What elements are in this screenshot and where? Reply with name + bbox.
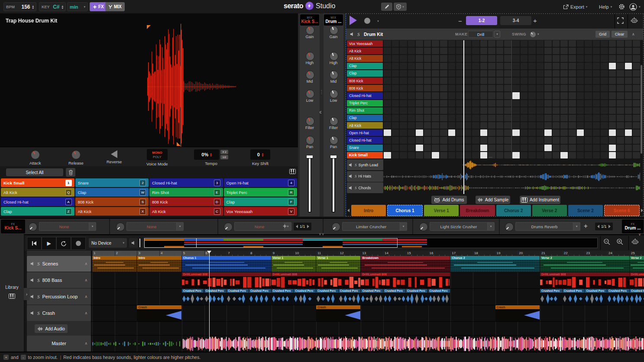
step-cell[interactable] xyxy=(528,40,536,47)
collapse-chevron[interactable]: ∧ xyxy=(84,278,87,282)
step-cell[interactable] xyxy=(577,40,584,47)
step-cell[interactable] xyxy=(496,48,504,54)
pad-open-hi-hat-4[interactable]: Open Hi-hat4 xyxy=(224,178,298,187)
step-cell[interactable] xyxy=(496,145,504,151)
step-cell[interactable] xyxy=(609,100,616,107)
step-cell[interactable] xyxy=(609,92,616,99)
pad-808-kick-d[interactable]: 808 KickD xyxy=(149,197,223,206)
step-cell[interactable] xyxy=(553,122,560,129)
step-cell[interactable] xyxy=(472,48,479,54)
step-cell[interactable] xyxy=(609,70,616,77)
step-cell[interactable] xyxy=(617,129,624,136)
step-cell[interactable] xyxy=(537,40,544,47)
step-cell[interactable] xyxy=(633,92,640,99)
step-cell[interactable] xyxy=(384,92,391,99)
metronome-button[interactable] xyxy=(129,238,138,248)
step-cell[interactable] xyxy=(400,107,407,114)
step-cell[interactable] xyxy=(480,100,488,107)
step-cell[interactable] xyxy=(440,70,447,77)
step-cell[interactable] xyxy=(488,40,495,47)
perc-clip-crushed-perc[interactable]: Crushed Perc xyxy=(204,289,227,305)
step-cell[interactable] xyxy=(496,122,504,129)
step-cell[interactable] xyxy=(392,63,399,69)
settings-button[interactable] xyxy=(618,0,625,13)
step-cell[interactable] xyxy=(488,115,495,121)
step-cell[interactable] xyxy=(512,152,520,158)
step-cell[interactable] xyxy=(512,129,520,136)
step-cell[interactable] xyxy=(537,48,544,54)
speaker-icon[interactable] xyxy=(349,163,353,167)
step-cell[interactable] xyxy=(392,48,399,54)
fx-collapse-handle[interactable]: ∨∨ xyxy=(319,232,325,236)
step-cell[interactable] xyxy=(392,152,399,158)
scene-clip-verse-2[interactable]: Verse 2 xyxy=(630,256,644,272)
step-cell[interactable] xyxy=(617,100,624,107)
step-cell[interactable] xyxy=(521,145,528,151)
perc-clip-crushed-perc[interactable]: Crushed Perc xyxy=(182,289,204,305)
step-cell[interactable] xyxy=(601,70,608,77)
step-cell[interactable] xyxy=(432,92,439,99)
step-cell[interactable] xyxy=(544,92,552,99)
step-cell[interactable] xyxy=(480,55,488,61)
step-cell[interactable] xyxy=(617,92,624,99)
step-cell[interactable] xyxy=(480,122,488,129)
step-cell[interactable] xyxy=(384,122,391,129)
release-knob[interactable] xyxy=(71,150,81,159)
step-cell[interactable] xyxy=(569,122,576,129)
step-cell[interactable] xyxy=(625,85,632,91)
seq-row-label-snare[interactable]: Snare xyxy=(347,145,383,151)
bass-clip-drillluminati-808[interactable]: DrillLuminati 808 xyxy=(182,272,271,288)
step-cell[interactable] xyxy=(521,40,528,47)
step-cell[interactable] xyxy=(456,85,463,91)
step-cell[interactable] xyxy=(384,55,391,61)
pad-snare-2[interactable]: Snare2 xyxy=(75,178,149,187)
kit-solo-button[interactable]: S xyxy=(357,29,360,40)
step-cell[interactable] xyxy=(593,48,600,54)
seq-row-label-open-hi-hat[interactable]: Open Hi-hat xyxy=(347,129,383,136)
step-cell[interactable] xyxy=(488,107,495,114)
step-cell[interactable] xyxy=(601,137,608,143)
step-cell[interactable] xyxy=(625,92,632,99)
step-cell[interactable] xyxy=(504,70,511,77)
step-cell[interactable] xyxy=(537,63,544,69)
step-cell[interactable] xyxy=(472,78,479,84)
step-cell[interactable] xyxy=(528,85,536,91)
step-cell[interactable] xyxy=(432,115,439,121)
step-cell[interactable] xyxy=(424,129,431,136)
poly-option[interactable]: POLY xyxy=(153,155,161,159)
perc-clip-crushed-perc[interactable]: Crushed Perc xyxy=(540,289,562,305)
step-cell[interactable] xyxy=(432,55,439,61)
step-cell[interactable] xyxy=(496,70,504,77)
step-cell[interactable] xyxy=(560,145,568,151)
step-cell[interactable] xyxy=(496,152,504,158)
step-cell[interactable] xyxy=(617,70,624,77)
step-cell[interactable] xyxy=(424,48,431,54)
step-cell[interactable] xyxy=(617,137,624,143)
step-cell[interactable] xyxy=(432,40,439,47)
step-cell[interactable] xyxy=(512,85,520,91)
collapse-chevron[interactable]: ∧ xyxy=(84,262,87,266)
zoom-in-button[interactable] xyxy=(616,238,623,245)
step-cell[interactable] xyxy=(416,78,423,84)
step-cell[interactable] xyxy=(593,115,600,121)
step-cell[interactable] xyxy=(512,55,520,61)
step-cell[interactable] xyxy=(416,55,423,61)
step-cell[interactable] xyxy=(480,63,488,69)
step-cell[interactable] xyxy=(472,145,479,151)
chevron-down-icon[interactable]: ▾ xyxy=(494,31,500,38)
step-cell[interactable] xyxy=(617,63,624,69)
step-cell[interactable] xyxy=(432,48,439,54)
step-cell[interactable] xyxy=(553,152,560,158)
add-audio-button[interactable]: Add Audio xyxy=(35,324,68,333)
solo-button[interactable]: S xyxy=(37,310,40,316)
reverse-control[interactable]: Reverse xyxy=(107,150,122,164)
step-cell[interactable] xyxy=(464,137,472,143)
step-cell[interactable] xyxy=(593,100,600,107)
step-cell[interactable] xyxy=(577,122,584,129)
step-cell[interactable] xyxy=(537,100,544,107)
step-cell[interactable] xyxy=(504,152,511,158)
step-cell[interactable] xyxy=(424,122,431,129)
channel-fader-handle[interactable] xyxy=(330,155,337,158)
step-cell[interactable] xyxy=(633,129,640,136)
seq-row-label-kick-small[interactable]: Kick Small xyxy=(347,152,383,158)
